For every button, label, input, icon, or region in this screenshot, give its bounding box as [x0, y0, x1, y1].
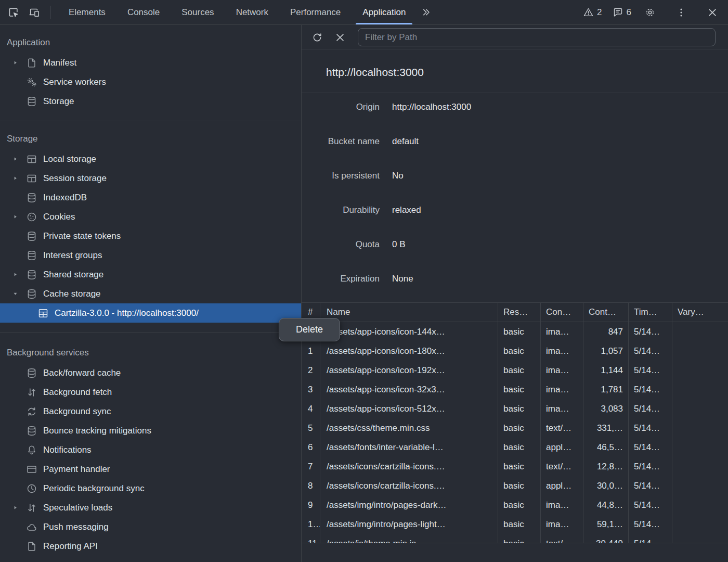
sidebar-item-push-messaging[interactable]: Push messaging — [0, 517, 301, 537]
table-row[interactable]: 5 /assets/css/theme.min.css basic text/…… — [302, 418, 728, 438]
refresh-icon[interactable] — [309, 29, 326, 46]
column-header-name[interactable]: Name — [320, 303, 498, 322]
chevron-right-icon[interactable] — [12, 156, 26, 162]
table-row[interactable]: 7 /assets/icons/cartzilla-icons.… basic … — [302, 457, 728, 476]
close-icon[interactable] — [704, 4, 721, 21]
clear-icon[interactable] — [332, 29, 348, 46]
column-header-vary[interactable]: Vary… — [672, 303, 728, 322]
column-header-content-length[interactable]: Cont… — [583, 303, 629, 322]
sidebar-item-service-workers[interactable]: Service workers — [0, 72, 301, 92]
table-row[interactable]: 8 /assets/icons/cartzilla-icons.… basic … — [302, 476, 728, 495]
database-icon — [26, 96, 37, 107]
tab-performance[interactable]: Performance — [279, 0, 352, 24]
cell-response-type: basic — [498, 457, 541, 476]
issues-badge[interactable]: 6 — [613, 7, 631, 18]
cell-content-length: 1,144 — [583, 361, 629, 380]
meta-row-quota: Quota 0 B — [302, 227, 728, 262]
cell-vary-header — [672, 418, 728, 438]
tab-elements[interactable]: Elements — [58, 0, 116, 24]
sync-icon — [26, 406, 37, 417]
cell-content-length: 1,781 — [583, 380, 629, 399]
sidebar-item-interest-groups[interactable]: Interest groups — [0, 246, 301, 265]
sidebar-item-label: Cookies — [43, 212, 75, 222]
sidebar-item-cache-storage[interactable]: Cache storage — [0, 284, 301, 303]
tab-console[interactable]: Console — [116, 0, 171, 24]
delete-menu-item[interactable]: Delete — [296, 324, 323, 335]
table-row[interactable]: 3 /assets/app-icons/icon-32x3… basic ima… — [302, 380, 728, 399]
device-toolbar-icon[interactable] — [26, 4, 43, 21]
settings-gear-icon[interactable] — [642, 4, 658, 21]
inspect-icon[interactable] — [5, 4, 22, 21]
chevron-right-icon[interactable] — [12, 175, 26, 181]
database-icon — [26, 288, 37, 300]
sidebar-item-manifest[interactable]: Manifest — [0, 53, 301, 72]
sidebar-item-storage[interactable]: Storage — [0, 92, 301, 111]
database-icon — [26, 425, 37, 437]
sidebar-item-payment-handler[interactable]: Payment handler — [0, 459, 301, 479]
warnings-badge[interactable]: 2 — [583, 7, 602, 18]
table-row[interactable]: 6 /assets/fonts/inter-variable-l… basic … — [302, 438, 728, 457]
fetch-icon — [26, 502, 37, 514]
chevron-right-icon[interactable] — [12, 505, 26, 510]
column-header-response-type[interactable]: Res… — [498, 303, 541, 322]
cell-vary-header — [672, 380, 728, 399]
kebab-menu-icon[interactable] — [673, 4, 690, 21]
chevron-right-icon[interactable] — [12, 60, 26, 66]
chevron-down-icon[interactable] — [12, 291, 26, 297]
table-row[interactable]: 2 /assets/app-icons/icon-192x… basic ima… — [302, 361, 728, 380]
sidebar-item-background-sync[interactable]: Background sync — [0, 402, 301, 421]
filter-by-path-input[interactable] — [358, 28, 716, 46]
more-tabs-icon[interactable] — [418, 4, 434, 21]
table-row[interactable]: 0 /assets/app-icons/icon-144x… basic ima… — [302, 322, 728, 341]
chevron-right-icon[interactable] — [12, 214, 26, 220]
tab-sources[interactable]: Sources — [171, 0, 225, 24]
sidebar-item-label: Shared storage — [43, 270, 103, 280]
table-row[interactable]: 9 /assets/img/intro/pages-dark… basic im… — [302, 495, 728, 515]
sidebar-item-private-state-tokens[interactable]: Private state tokens — [0, 226, 301, 246]
cell-response-type: basic — [498, 495, 541, 515]
column-header-content-type[interactable]: Con… — [541, 303, 583, 322]
sidebar-item-cartzilla-cache[interactable]: Cartzilla-3.0.0 - http://localhost:3000/ — [0, 303, 301, 323]
sidebar-item-shared-storage[interactable]: Shared storage — [0, 265, 301, 284]
table-row[interactable]: 1… /assets/img/intro/pages-light… basic … — [302, 515, 728, 534]
tab-application[interactable]: Application — [352, 0, 417, 24]
toolbar-separator — [50, 6, 50, 19]
sidebar-item-session-storage[interactable]: Session storage — [0, 169, 301, 188]
sidebar-item-notifications[interactable]: Notifications — [0, 440, 301, 459]
chevron-right-icon[interactable] — [12, 272, 26, 277]
table-row[interactable]: 1 /assets/app-icons/icon-180x… basic ima… — [302, 341, 728, 361]
sidebar-item-indexeddb[interactable]: IndexedDB — [0, 188, 301, 207]
cell-name: /assets/app-icons/icon-512x… — [320, 399, 498, 418]
sidebar-item-local-storage[interactable]: Local storage — [0, 149, 301, 169]
meta-row-is-persistent: Is persistent No — [302, 159, 728, 193]
table-row[interactable]: 4 /assets/app-icons/icon-512x… basic ima… — [302, 399, 728, 418]
warning-count: 2 — [597, 7, 602, 18]
sidebar-item-label: Background sync — [43, 406, 111, 417]
cell-time-cached: 5/14… — [629, 495, 672, 515]
sidebar-item-cookies[interactable]: Cookies — [0, 207, 301, 226]
cell-number: 9 — [302, 495, 320, 515]
cell-number: 5 — [302, 418, 320, 438]
sidebar-item-label: Storage — [43, 96, 74, 107]
cell-content-length: 1,057 — [583, 341, 629, 361]
column-header-time-cached[interactable]: Tim… — [629, 303, 672, 322]
cell-name: /assets/img/intro/pages-light… — [320, 515, 498, 534]
sidebar-item-background-fetch[interactable]: Background fetch — [0, 382, 301, 402]
section-divider — [0, 333, 301, 333]
cell-number: 8 — [302, 476, 320, 495]
sidebar-item-label: Local storage — [43, 154, 96, 164]
meta-row-bucket-name: Bucket name default — [302, 124, 728, 159]
cell-response-type: basic — [498, 515, 541, 534]
sidebar-item-periodic-background-sync[interactable]: Periodic background sync — [0, 479, 301, 498]
cell-content-type: ima… — [541, 341, 583, 361]
sidebar-item-speculative-loads[interactable]: Speculative loads — [0, 498, 301, 517]
cell-vary-header — [672, 341, 728, 361]
sidebar-item-bounce-tracking-mitigations[interactable]: Bounce tracking mitigations — [0, 421, 301, 440]
sidebar-item-back-forward-cache[interactable]: Back/forward cache — [0, 363, 301, 382]
cell-response-type: basic — [498, 322, 541, 341]
sidebar-item-reporting-api[interactable]: Reporting API — [0, 537, 301, 556]
tab-network[interactable]: Network — [225, 0, 279, 24]
meta-row-expiration: Expiration None — [302, 262, 728, 296]
sidebar-item-label: Bounce tracking mitigations — [43, 426, 151, 436]
meta-value: http://localhost:3000 — [392, 102, 471, 112]
